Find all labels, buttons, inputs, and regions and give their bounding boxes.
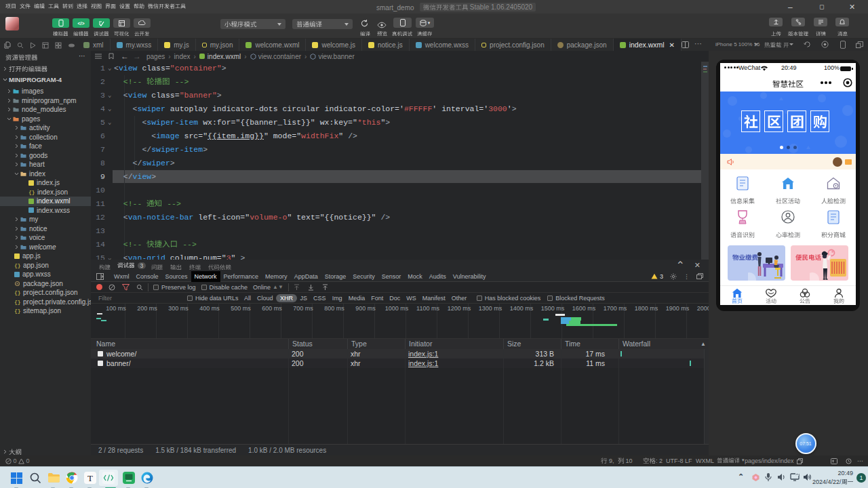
svg-text:T: T	[87, 473, 93, 483]
